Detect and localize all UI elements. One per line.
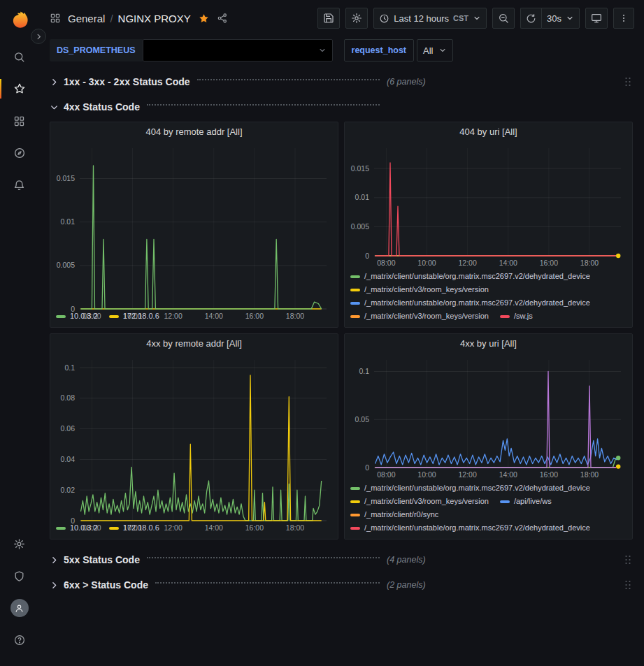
refresh-button[interactable] (520, 8, 541, 29)
timeseries-chart[interactable]: 08:0010:0012:0014:0016:0018:0000.050.1 (345, 353, 632, 480)
sidebar-expand-button[interactable] (31, 29, 46, 44)
chevron-right-icon (35, 33, 43, 41)
legend-item[interactable]: /api/live/ws (500, 496, 552, 507)
sidebar-item-starred[interactable] (0, 73, 38, 105)
favorite-star-icon[interactable] (198, 13, 210, 24)
chevron-down-icon (566, 14, 574, 22)
sidebar-item-profile[interactable] (0, 592, 38, 624)
panel-title[interactable]: 404 by remote addr [All] (50, 122, 338, 141)
svg-text:16:00: 16:00 (540, 259, 558, 267)
row-dotted-filler (197, 79, 380, 80)
row-header-5xx[interactable]: 5xx Status Code (4 panels) (50, 549, 633, 570)
legend-item[interactable]: /_matrix/client/unstable/org.matrix.msc2… (350, 523, 590, 533)
panel-legend: /_matrix/client/unstable/org.matrix.msc2… (345, 268, 632, 327)
legend-item[interactable]: /_matrix/client/unstable/org.matrix.msc2… (350, 298, 590, 308)
panel-title[interactable]: 4xx by uri [All] (345, 334, 632, 353)
zoom-out-button[interactable] (492, 8, 515, 29)
row-header-1xx-3xx-2xx[interactable]: 1xx - 3xx - 2xx Status Code (6 panels) (50, 71, 633, 92)
variable-request-host: request_host All (344, 39, 454, 61)
chevron-down-icon (438, 46, 447, 55)
row-title: 6xx > Status Code (64, 579, 148, 591)
panel-legend: 10.0.3.2172.18.0.6 (50, 308, 338, 327)
row-panel-count: (4 panels) (387, 555, 426, 565)
grafana-logo-icon[interactable] (9, 8, 30, 29)
refresh-interval-picker[interactable]: 30s (541, 8, 580, 29)
svg-text:16:00: 16:00 (540, 470, 558, 479)
chevron-right-icon (50, 581, 59, 590)
svg-text:10:00: 10:00 (417, 470, 436, 479)
kebab-icon (619, 13, 629, 23)
breadcrumb-separator: / (110, 13, 113, 24)
legend-item[interactable]: 172.18.0.6 (109, 523, 159, 533)
legend-item[interactable]: /_matrix/client/v3/room_keys/version (350, 284, 489, 295)
sidebar-item-explore[interactable] (0, 137, 38, 169)
sidebar-item-help[interactable] (0, 624, 38, 656)
svg-text:08:00: 08:00 (377, 259, 395, 267)
svg-text:12:00: 12:00 (458, 470, 476, 479)
svg-text:0.04: 0.04 (61, 455, 76, 463)
row-header-4xx[interactable]: 4xx Status Code (50, 96, 633, 117)
chevron-down-icon (473, 14, 481, 22)
timeseries-chart[interactable]: 08:0010:0012:0014:0016:0018:0000.0050.01… (345, 141, 632, 268)
panel-title[interactable]: 404 by uri [All] (345, 122, 632, 141)
svg-text:18:00: 18:00 (580, 259, 599, 267)
sidebar-item-server-admin[interactable] (0, 560, 38, 592)
legend-item[interactable]: /_matrix/client/unstable/org.matrix.msc2… (350, 271, 590, 282)
shield-icon (13, 570, 25, 582)
legend-item[interactable]: /_matrix/client/unstable/org.matrix.msc2… (350, 483, 590, 493)
sidebar-item-search[interactable] (0, 41, 38, 73)
sidebar-item-dashboards[interactable] (0, 105, 38, 137)
legend-item[interactable]: /_matrix/client/r0/sync (350, 509, 438, 520)
save-dashboard-button[interactable] (317, 8, 340, 29)
zoom-out-icon (498, 13, 509, 24)
svg-text:12:00: 12:00 (458, 259, 476, 267)
breadcrumb: General / NGINX PROXY (68, 13, 191, 24)
timeseries-chart[interactable]: 08:0010:0012:0014:0016:0018:0000.020.040… (50, 353, 338, 520)
legend-item[interactable]: 172.18.0.6 (109, 311, 159, 321)
legend-item[interactable]: 10.0.3.2 (56, 311, 98, 321)
svg-text:0: 0 (365, 463, 369, 472)
svg-text:0: 0 (365, 252, 369, 260)
request-host-value-select[interactable]: All (417, 39, 453, 61)
svg-text:0.015: 0.015 (57, 174, 75, 182)
variable-datasource: DS_PROMETHEUS (50, 39, 333, 61)
compass-icon (13, 147, 26, 159)
svg-text:0.02: 0.02 (61, 486, 76, 494)
breadcrumb-dashboard-title[interactable]: NGINX PROXY (118, 13, 191, 24)
sidebar-item-configuration[interactable] (0, 528, 38, 560)
row-title: 4xx Status Code (64, 101, 140, 113)
row-drag-handle[interactable] (623, 554, 633, 565)
dashboard-apps-icon (50, 13, 61, 24)
dashboard-navbar: General / NGINX PROXY (38, 0, 644, 36)
sidebar-item-alerting[interactable] (0, 169, 38, 201)
svg-text:0.005: 0.005 (57, 261, 75, 269)
row-title: 1xx - 3xx - 2xx Status Code (64, 76, 190, 87)
legend-item[interactable]: /_matrix/client/v3/room_keys/version (350, 311, 489, 321)
variable-label-request-host[interactable]: request_host (344, 39, 415, 61)
timeseries-chart[interactable]: 08:0010:0012:0014:0016:0018:0000.0050.01… (50, 141, 338, 308)
kebab-menu-button[interactable] (613, 8, 634, 29)
chevron-down-icon (50, 103, 59, 112)
refresh-interval-label: 30s (547, 13, 561, 24)
svg-text:14:00: 14:00 (499, 259, 517, 267)
legend-item[interactable]: /_matrix/client/v3/room_keys/version (350, 496, 489, 507)
help-circle-icon (13, 634, 26, 646)
panel-title[interactable]: 4xx by remote addr [All] (50, 334, 338, 353)
tv-mode-button[interactable] (585, 8, 608, 29)
time-range-picker[interactable]: Last 12 hours CST (373, 8, 487, 29)
breadcrumb-folder[interactable]: General (68, 13, 105, 24)
chevron-down-icon (318, 46, 327, 55)
row-drag-handle[interactable] (623, 76, 633, 87)
chevron-right-icon (50, 78, 59, 87)
datasource-value-select[interactable] (143, 39, 333, 61)
panel-4xx-by-uri: 4xx by uri [All] 08:0010:0012:0014:0016:… (344, 333, 633, 540)
row-dotted-filler (147, 557, 380, 558)
legend-item[interactable]: /sw.js (500, 311, 533, 321)
share-icon[interactable] (217, 13, 228, 24)
dashboard-settings-button[interactable] (345, 8, 368, 29)
legend-item[interactable]: 10.0.3.2 (56, 523, 98, 533)
row-drag-handle[interactable] (623, 579, 633, 591)
svg-text:0.08: 0.08 (61, 393, 76, 402)
row-header-6xx[interactable]: 6xx > Status Code (2 panels) (50, 574, 633, 595)
sidebar (0, 0, 38, 666)
